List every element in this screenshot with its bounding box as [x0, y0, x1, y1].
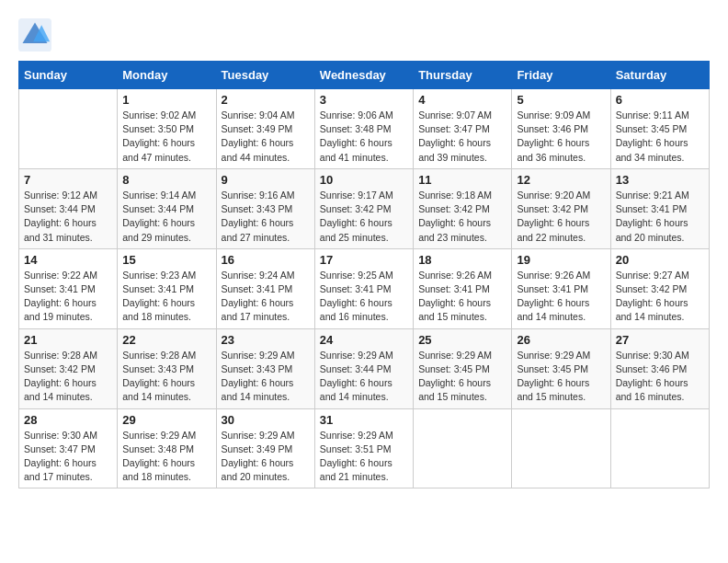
logo	[18, 18, 53, 52]
calendar-cell: 1Sunrise: 9:02 AMSunset: 3:50 PMDaylight…	[118, 89, 216, 169]
day-info: Sunrise: 9:06 AMSunset: 3:48 PMDaylight:…	[320, 109, 408, 165]
day-number: 29	[122, 413, 210, 427]
calendar-week-3: 14Sunrise: 9:22 AMSunset: 3:41 PMDayligh…	[19, 248, 710, 328]
day-number: 22	[122, 333, 210, 347]
calendar-cell: 4Sunrise: 9:07 AMSunset: 3:47 PMDaylight…	[414, 89, 512, 169]
day-info: Sunrise: 9:25 AMSunset: 3:41 PMDaylight:…	[320, 269, 408, 325]
day-info: Sunrise: 9:29 AMSunset: 3:51 PMDaylight:…	[320, 429, 408, 485]
calendar-cell: 5Sunrise: 9:09 AMSunset: 3:46 PMDaylight…	[512, 89, 610, 169]
day-info: Sunrise: 9:04 AMSunset: 3:49 PMDaylight:…	[222, 109, 310, 165]
calendar-week-5: 28Sunrise: 9:30 AMSunset: 3:47 PMDayligh…	[19, 408, 710, 488]
calendar-cell: 8Sunrise: 9:14 AMSunset: 3:44 PMDaylight…	[118, 168, 216, 248]
day-number: 4	[418, 93, 506, 107]
day-info: Sunrise: 9:17 AMSunset: 3:42 PMDaylight:…	[320, 189, 408, 245]
day-info: Sunrise: 9:02 AMSunset: 3:50 PMDaylight:…	[122, 109, 210, 165]
day-info: Sunrise: 9:30 AMSunset: 3:47 PMDaylight:…	[24, 429, 112, 485]
day-number: 14	[24, 253, 112, 267]
calendar-cell	[19, 89, 118, 169]
calendar-cell: 23Sunrise: 9:29 AMSunset: 3:43 PMDayligh…	[216, 328, 314, 408]
day-number: 24	[320, 333, 408, 347]
day-number: 12	[517, 173, 605, 187]
calendar-cell: 10Sunrise: 9:17 AMSunset: 3:42 PMDayligh…	[314, 168, 413, 248]
day-info: Sunrise: 9:22 AMSunset: 3:41 PMDaylight:…	[24, 269, 112, 325]
day-number: 6	[616, 93, 704, 107]
day-number: 27	[616, 333, 704, 347]
calendar-cell: 21Sunrise: 9:28 AMSunset: 3:42 PMDayligh…	[19, 328, 118, 408]
day-number: 23	[222, 333, 310, 347]
calendar-cell: 12Sunrise: 9:20 AMSunset: 3:42 PMDayligh…	[512, 168, 610, 248]
calendar-cell: 17Sunrise: 9:25 AMSunset: 3:41 PMDayligh…	[314, 248, 413, 328]
col-header-thursday: Thursday	[414, 62, 512, 89]
calendar-cell	[512, 408, 610, 488]
calendar-cell: 9Sunrise: 9:16 AMSunset: 3:43 PMDaylight…	[216, 168, 314, 248]
day-info: Sunrise: 9:26 AMSunset: 3:41 PMDaylight:…	[418, 269, 506, 325]
day-info: Sunrise: 9:29 AMSunset: 3:43 PMDaylight:…	[222, 349, 310, 405]
calendar-cell: 2Sunrise: 9:04 AMSunset: 3:49 PMDaylight…	[216, 89, 314, 169]
day-info: Sunrise: 9:12 AMSunset: 3:44 PMDaylight:…	[24, 189, 112, 245]
calendar-cell: 22Sunrise: 9:28 AMSunset: 3:43 PMDayligh…	[118, 328, 216, 408]
calendar-cell: 26Sunrise: 9:29 AMSunset: 3:45 PMDayligh…	[512, 328, 610, 408]
day-info: Sunrise: 9:29 AMSunset: 3:45 PMDaylight:…	[517, 349, 605, 405]
col-header-tuesday: Tuesday	[216, 62, 314, 89]
calendar-week-2: 7Sunrise: 9:12 AMSunset: 3:44 PMDaylight…	[19, 168, 710, 248]
calendar-cell: 24Sunrise: 9:29 AMSunset: 3:44 PMDayligh…	[314, 328, 413, 408]
col-header-wednesday: Wednesday	[314, 62, 413, 89]
col-header-saturday: Saturday	[610, 62, 709, 89]
day-number: 11	[418, 173, 506, 187]
calendar-cell	[414, 408, 512, 488]
day-info: Sunrise: 9:14 AMSunset: 3:44 PMDaylight:…	[122, 189, 210, 245]
page-header	[18, 18, 710, 52]
calendar-cell: 25Sunrise: 9:29 AMSunset: 3:45 PMDayligh…	[414, 328, 512, 408]
day-number: 9	[222, 173, 310, 187]
day-number: 20	[616, 253, 704, 267]
col-header-monday: Monday	[118, 62, 216, 89]
day-number: 5	[517, 93, 605, 107]
day-number: 31	[320, 413, 408, 427]
calendar-cell: 14Sunrise: 9:22 AMSunset: 3:41 PMDayligh…	[19, 248, 118, 328]
day-number: 30	[222, 413, 310, 427]
day-number: 21	[24, 333, 112, 347]
calendar-header-row: SundayMondayTuesdayWednesdayThursdayFrid…	[19, 62, 710, 89]
day-number: 19	[517, 253, 605, 267]
day-info: Sunrise: 9:07 AMSunset: 3:47 PMDaylight:…	[418, 109, 506, 165]
day-info: Sunrise: 9:26 AMSunset: 3:41 PMDaylight:…	[517, 269, 605, 325]
col-header-sunday: Sunday	[19, 62, 118, 89]
calendar-cell: 19Sunrise: 9:26 AMSunset: 3:41 PMDayligh…	[512, 248, 610, 328]
day-number: 3	[320, 93, 408, 107]
day-info: Sunrise: 9:16 AMSunset: 3:43 PMDaylight:…	[222, 189, 310, 245]
calendar-cell: 27Sunrise: 9:30 AMSunset: 3:46 PMDayligh…	[610, 328, 709, 408]
calendar-cell: 18Sunrise: 9:26 AMSunset: 3:41 PMDayligh…	[414, 248, 512, 328]
logo-icon	[18, 18, 51, 52]
col-header-friday: Friday	[512, 62, 610, 89]
calendar-cell: 3Sunrise: 9:06 AMSunset: 3:48 PMDaylight…	[314, 89, 413, 169]
calendar-week-4: 21Sunrise: 9:28 AMSunset: 3:42 PMDayligh…	[19, 328, 710, 408]
day-number: 1	[122, 93, 210, 107]
day-info: Sunrise: 9:29 AMSunset: 3:49 PMDaylight:…	[222, 429, 310, 485]
day-info: Sunrise: 9:23 AMSunset: 3:41 PMDaylight:…	[122, 269, 210, 325]
day-info: Sunrise: 9:28 AMSunset: 3:42 PMDaylight:…	[24, 349, 112, 405]
calendar-cell: 29Sunrise: 9:29 AMSunset: 3:48 PMDayligh…	[118, 408, 216, 488]
day-number: 16	[222, 253, 310, 267]
calendar-cell	[610, 408, 709, 488]
day-info: Sunrise: 9:18 AMSunset: 3:42 PMDaylight:…	[418, 189, 506, 245]
calendar-cell: 15Sunrise: 9:23 AMSunset: 3:41 PMDayligh…	[118, 248, 216, 328]
calendar-cell: 16Sunrise: 9:24 AMSunset: 3:41 PMDayligh…	[216, 248, 314, 328]
day-info: Sunrise: 9:09 AMSunset: 3:46 PMDaylight:…	[517, 109, 605, 165]
day-number: 13	[616, 173, 704, 187]
day-number: 26	[517, 333, 605, 347]
day-number: 2	[222, 93, 310, 107]
day-info: Sunrise: 9:30 AMSunset: 3:46 PMDaylight:…	[616, 349, 704, 405]
calendar-table: SundayMondayTuesdayWednesdayThursdayFrid…	[18, 61, 710, 488]
day-info: Sunrise: 9:27 AMSunset: 3:42 PMDaylight:…	[616, 269, 704, 325]
day-info: Sunrise: 9:21 AMSunset: 3:41 PMDaylight:…	[616, 189, 704, 245]
calendar-week-1: 1Sunrise: 9:02 AMSunset: 3:50 PMDaylight…	[19, 89, 710, 169]
day-number: 18	[418, 253, 506, 267]
day-info: Sunrise: 9:29 AMSunset: 3:48 PMDaylight:…	[122, 429, 210, 485]
calendar-cell: 20Sunrise: 9:27 AMSunset: 3:42 PMDayligh…	[610, 248, 709, 328]
day-number: 17	[320, 253, 408, 267]
day-info: Sunrise: 9:29 AMSunset: 3:45 PMDaylight:…	[418, 349, 506, 405]
calendar-cell: 7Sunrise: 9:12 AMSunset: 3:44 PMDaylight…	[19, 168, 118, 248]
calendar-cell: 11Sunrise: 9:18 AMSunset: 3:42 PMDayligh…	[414, 168, 512, 248]
calendar-cell: 13Sunrise: 9:21 AMSunset: 3:41 PMDayligh…	[610, 168, 709, 248]
day-info: Sunrise: 9:20 AMSunset: 3:42 PMDaylight:…	[517, 189, 605, 245]
